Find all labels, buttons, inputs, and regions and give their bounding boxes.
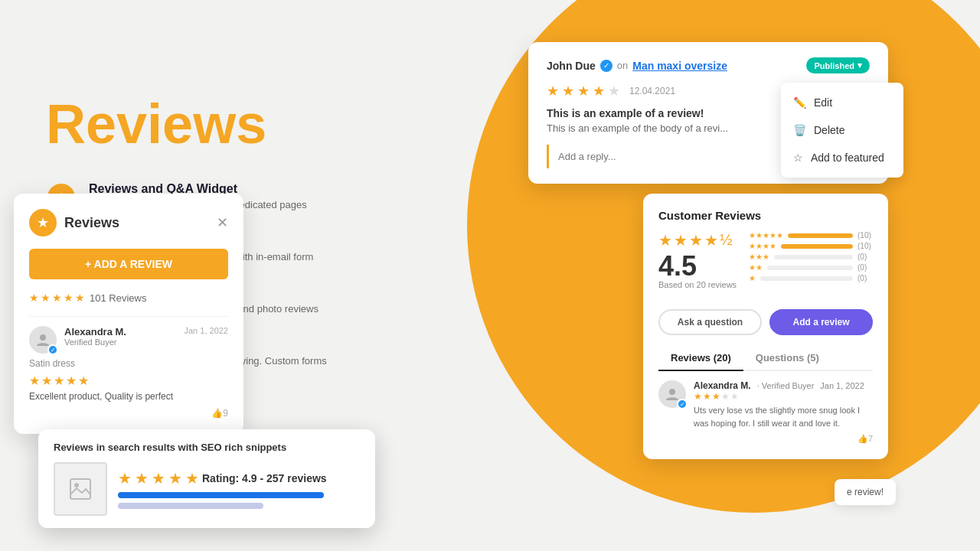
star-3: ★ — [577, 83, 590, 99]
delete-menu-item[interactable]: 🗑️ Delete — [781, 116, 903, 144]
cr-star-1: ★ — [658, 231, 672, 249]
cr-star-half: ½ — [720, 231, 733, 249]
bar-4-stars: ★★★★ — [749, 242, 776, 250]
customer-reviews-card: Customer Reviews ★ ★ ★ ★ ½ 4.5 Based on … — [643, 194, 888, 459]
reviews-count: 101 Reviews — [90, 292, 146, 304]
bar-1-count: (0) — [858, 274, 873, 282]
svg-rect-13 — [70, 479, 90, 499]
star-1: ★ — [547, 83, 559, 99]
cr-review-text: Uts very lose vs the slightly more snug … — [694, 404, 873, 429]
add-review-button[interactable]: + ADD A REVIEW — [29, 249, 228, 279]
cr-rating-section: ★ ★ ★ ★ ½ 4.5 Based on 20 reviews ★★★★★ … — [658, 231, 873, 298]
star-empty: ★ — [608, 83, 620, 99]
avatar-verified-icon: ✓ — [47, 344, 58, 355]
bar-1-track — [760, 276, 853, 281]
cr-title: Customer Reviews — [658, 209, 873, 222]
tab-reviews[interactable]: Reviews (20) — [658, 346, 743, 371]
avatar: ✓ — [29, 326, 57, 354]
delete-icon: 🗑️ — [793, 124, 806, 136]
cr-overall-stars: ★ ★ ★ ★ ½ — [658, 231, 737, 249]
bar-2-track — [767, 266, 853, 270]
bar-5-fill — [788, 233, 853, 238]
bar-row-3: ★★★ (0) — [749, 253, 873, 261]
review-star-2: ★ — [41, 373, 52, 388]
bar-2-count: (0) — [858, 263, 873, 272]
cr-based-on: Based on 20 reviews — [658, 280, 737, 289]
review-star-5: ★ — [78, 373, 89, 388]
star-2: ★ — [562, 83, 574, 99]
review-stars: ★ ★ ★ ★ ★ — [29, 373, 228, 388]
seo-bar-1 — [118, 492, 324, 498]
reviewer-row: ✓ Alexandra M. Verified Buyer Jan 1, 202… — [29, 316, 228, 354]
cr-score-section: ★ ★ ★ ★ ½ 4.5 Based on 20 reviews — [658, 231, 737, 298]
cr-like-count: 7 — [868, 434, 873, 444]
cr-star-2: ★ — [674, 231, 688, 249]
seo-star-2: ★ — [135, 469, 149, 487]
reviewer-info: Alexandra M. Verified Buyer — [64, 326, 126, 347]
tab-questions[interactable]: Questions (5) — [743, 346, 831, 370]
cr-reviewer-info: Alexandra M. · Verified Buyer Jan 1, 202… — [694, 380, 873, 444]
bar-row-1: ★ (0) — [749, 274, 873, 282]
seo-right: ★ ★ ★ ★ ★ Rating: 4.9 - 257 reviews — [118, 469, 360, 509]
widget-card: ★ Reviews ✕ + ADD A REVIEW ★ ★ ★ ★ ★ 101… — [14, 194, 243, 434]
like-count: 👍 9 — [29, 408, 228, 419]
ask-question-button[interactable]: Ask a question — [658, 309, 762, 335]
published-badge[interactable]: Published ▾ — [806, 57, 870, 73]
reviews-count-row: ★ ★ ★ ★ ★ 101 Reviews — [29, 292, 228, 304]
seo-rating-text: Rating: 4.9 - 257 reviews — [202, 472, 327, 484]
add-review-button-cr[interactable]: Add a review — [769, 309, 873, 335]
review-star-4: ★ — [66, 373, 77, 388]
dropdown-menu: ✏️ Edit 🗑️ Delete ☆ Add to featured — [781, 83, 903, 178]
reviewer-name: John Due — [547, 60, 596, 72]
reviewer-info: John Due ✓ on Man maxi oversize — [547, 60, 727, 72]
cr-reviewer-name: Alexandra M. — [694, 380, 751, 391]
bar-row-4: ★★★★ (10) — [749, 242, 873, 250]
bar-4-track — [781, 244, 853, 249]
close-button[interactable]: ✕ — [217, 214, 228, 231]
seo-content: ★ ★ ★ ★ ★ Rating: 4.9 - 257 reviews — [54, 462, 360, 516]
cr-star-3: ★ — [689, 231, 703, 249]
seo-star-1: ★ — [118, 469, 132, 487]
widget-title-row: ★ Reviews — [29, 209, 119, 236]
star-half: ★ — [593, 83, 605, 99]
cr-name-row: Alexandra M. · Verified Buyer Jan 1, 202… — [694, 380, 873, 391]
seo-stars-row: ★ ★ ★ ★ ★ Rating: 4.9 - 257 reviews — [118, 469, 360, 487]
edit-icon: ✏️ — [793, 96, 806, 109]
reviewer-name: Alexandra M. — [64, 326, 126, 337]
bar-3-track — [774, 255, 853, 259]
snippet-text: e review! — [847, 487, 884, 497]
snippet-bottom-right: e review! — [835, 479, 896, 505]
bar-row-5: ★★★★★ (10) — [749, 231, 873, 240]
cr-like-icon: 👍 — [858, 434, 868, 444]
bar-5-stars: ★★★★★ — [749, 231, 783, 240]
cr-avatar: ✓ — [658, 380, 686, 408]
cr-like: 👍 7 — [694, 434, 873, 444]
seo-image — [54, 462, 107, 516]
review-star-1: ★ — [29, 373, 40, 388]
cr-bars: ★★★★★ (10) ★★★★ (10) ★★★ — [749, 231, 873, 285]
bar-2-stars: ★★ — [749, 263, 763, 272]
product-link[interactable]: Man maxi oversize — [632, 60, 727, 72]
svg-point-14 — [74, 483, 79, 487]
delete-label: Delete — [814, 124, 844, 136]
product-tag: Satin dress — [29, 358, 228, 369]
cr-tabs: Reviews (20) Questions (5) — [658, 346, 873, 371]
widget-header: ★ Reviews ✕ — [29, 209, 228, 236]
edit-label: Edit — [814, 96, 832, 109]
like-number: 9 — [223, 408, 228, 419]
verified-badge-icon: ✓ — [600, 60, 612, 72]
featured-menu-item[interactable]: ☆ Add to featured — [781, 144, 903, 171]
mini-star-5: ★ — [75, 292, 85, 304]
seo-star-4: ★ — [168, 469, 182, 487]
cr-verified-label: · Verified Buyer — [757, 381, 815, 390]
bar-1-stars: ★ — [749, 274, 756, 282]
mini-stars: ★ ★ ★ ★ ★ — [29, 292, 85, 304]
cr-actions: Ask a question Add a review — [658, 309, 873, 335]
bar-3-stars: ★★★ — [749, 253, 769, 261]
published-label: Published — [814, 61, 854, 70]
review-date: 12.04.2021 — [629, 86, 675, 96]
admin-card-header: John Due ✓ on Man maxi oversize Publishe… — [547, 57, 870, 73]
seo-star-5: ★ — [185, 469, 199, 487]
edit-menu-item[interactable]: ✏️ Edit — [781, 89, 903, 116]
bar-5-track — [788, 233, 853, 238]
